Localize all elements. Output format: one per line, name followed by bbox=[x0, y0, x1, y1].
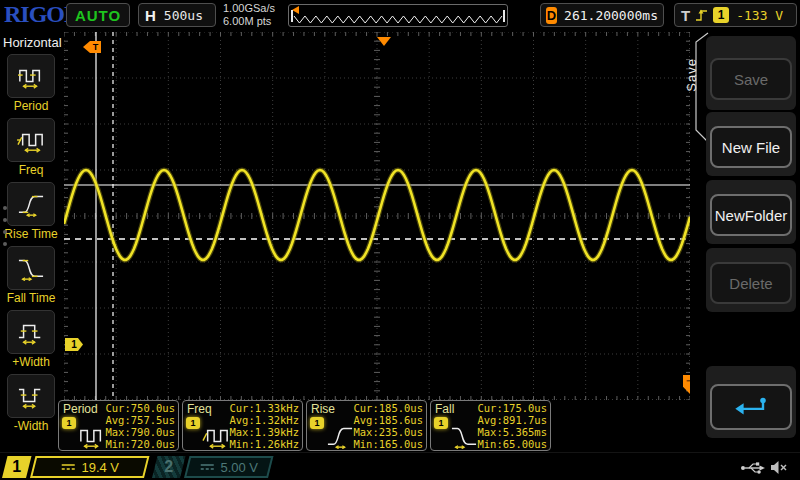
freq-icon bbox=[201, 423, 231, 449]
sidebar-item-minus-width[interactable]: -Width bbox=[0, 374, 62, 436]
channel1-badge[interactable]: 1 bbox=[2, 456, 31, 478]
channel1-scale-box[interactable]: 19.4 V bbox=[30, 456, 149, 478]
channel2-scale: 5.00 V bbox=[220, 460, 258, 475]
run-status-badge[interactable]: AUTO bbox=[66, 3, 130, 27]
sidebar-item-freq[interactable]: Freq bbox=[0, 118, 62, 180]
trigger-label: T bbox=[681, 7, 690, 24]
oscilloscope-screen: RIGOL AUTO H 500us 1.00GSa/s 6.00M pts D… bbox=[0, 0, 800, 480]
sidebar-item-label: +Width bbox=[0, 355, 62, 369]
measurement-box-period[interactable]: Period 1 Cur:750.0us Avg:757.5us Max:790… bbox=[58, 400, 179, 451]
sample-rate: 1.00GSa/s bbox=[223, 2, 275, 15]
plus-width-icon bbox=[15, 319, 47, 345]
measurement-row: Min:165.0us bbox=[353, 438, 423, 450]
acquisition-info: 1.00GSa/s 6.00M pts bbox=[223, 2, 275, 28]
dc-coupling-icon bbox=[60, 463, 75, 471]
sidebar-item-period[interactable]: Period bbox=[0, 54, 62, 116]
measurement-row: Max:5.365ms bbox=[477, 426, 547, 438]
delay-readout-box[interactable]: D 261.200000ms bbox=[540, 3, 664, 27]
run-status-label: AUTO bbox=[75, 7, 121, 24]
sidebar-item-label: Period bbox=[0, 99, 62, 113]
return-arrow-icon bbox=[729, 395, 773, 419]
measurement-box-rise[interactable]: Rise 1 Cur:185.0us Avg:185.6us Max:235.0… bbox=[306, 400, 427, 451]
measurement-row: Max:1.39kHz bbox=[229, 426, 299, 438]
save-button[interactable]: Save bbox=[710, 58, 792, 100]
sidebar-item-plus-width[interactable]: +Width bbox=[0, 310, 62, 372]
channel1-scale: 19.4 V bbox=[81, 460, 119, 475]
preview-position-icon bbox=[292, 6, 299, 14]
measurement-name: Fall bbox=[435, 402, 454, 416]
speaker-muted-icon bbox=[770, 460, 787, 475]
trigger-level-value: -133 V bbox=[736, 8, 783, 23]
usb-icon bbox=[740, 461, 766, 475]
memory-depth: 6.00M pts bbox=[223, 15, 275, 28]
sidebar-item-label: Freq bbox=[0, 163, 62, 177]
measurement-row: Cur:1.33kHz bbox=[229, 402, 299, 414]
measurement-row: Cur:175.0us bbox=[477, 402, 547, 414]
measurement-name: Rise bbox=[311, 402, 335, 416]
measurement-row: Cur:185.0us bbox=[353, 402, 423, 414]
measurement-source-badge: 1 bbox=[434, 417, 448, 429]
rise-time-icon bbox=[15, 191, 47, 217]
measurement-row: Avg:757.5us bbox=[105, 414, 175, 426]
measurement-row: Avg:185.6us bbox=[353, 414, 423, 426]
sidebar-item-rise-time[interactable]: Rise Time bbox=[0, 182, 62, 244]
rise-time-icon bbox=[325, 423, 355, 449]
waveform-display[interactable] bbox=[64, 32, 690, 400]
fall-time-icon bbox=[449, 423, 479, 449]
fall-time-icon bbox=[15, 255, 47, 281]
trigger-slope-icon bbox=[695, 7, 708, 23]
measurement-row: Min:1.26kHz bbox=[229, 438, 299, 450]
sidebar-item-label: Fall Time bbox=[0, 291, 62, 305]
back-button[interactable] bbox=[710, 384, 792, 430]
measurement-source-badge: 1 bbox=[186, 417, 200, 429]
trigger-position-clamped-icon[interactable]: T bbox=[83, 41, 101, 53]
delay-badge: D bbox=[546, 7, 557, 24]
channel1-number: 1 bbox=[12, 458, 21, 476]
delete-button[interactable]: Delete bbox=[710, 262, 792, 304]
sidebar-item-label: -Width bbox=[0, 419, 62, 433]
channel2-scale-box[interactable]: 5.00 V bbox=[184, 456, 273, 478]
measurement-row: Avg:891.7us bbox=[477, 414, 547, 426]
preview-waveform bbox=[289, 5, 507, 26]
h-label: H bbox=[145, 7, 156, 24]
right-soft-menu: Save Save New File NewFolder Delete bbox=[690, 30, 800, 455]
period-icon bbox=[15, 63, 47, 89]
channel2-number: 2 bbox=[164, 458, 173, 476]
measurement-source-badge: 1 bbox=[310, 417, 324, 429]
measurement-row: Min:65.00us bbox=[477, 438, 547, 450]
freq-icon bbox=[15, 127, 47, 153]
dc-coupling-icon bbox=[199, 463, 214, 471]
horizontal-scale-box[interactable]: H 500us bbox=[138, 3, 216, 27]
scroll-indicator bbox=[3, 198, 7, 254]
measurement-box-freq[interactable]: Freq 1 Cur:1.33kHz Avg:1.32kHz Max:1.39k… bbox=[182, 400, 303, 451]
measurement-row: Cur:750.0us bbox=[105, 402, 175, 414]
sidebar-item-fall-time[interactable]: Fall Time bbox=[0, 246, 62, 308]
measurement-box-fall[interactable]: Fall 1 Cur:175.0us Avg:891.7us Max:5.365… bbox=[430, 400, 551, 451]
measurement-row: Max:790.0us bbox=[105, 426, 175, 438]
channel2-badge[interactable]: 2 bbox=[152, 456, 185, 478]
period-icon bbox=[77, 423, 107, 449]
trigger-readout-box[interactable]: T 1 -133 V bbox=[674, 3, 797, 27]
sidebar-item-label: Rise Time bbox=[0, 227, 62, 241]
menu-tab-title: Save bbox=[684, 58, 699, 92]
top-status-bar: RIGOL AUTO H 500us 1.00GSa/s 6.00M pts D… bbox=[0, 0, 800, 30]
measurement-row: Min:720.0us bbox=[105, 438, 175, 450]
measurement-source-badge: 1 bbox=[62, 417, 76, 429]
graticule bbox=[64, 32, 690, 400]
channel-status-bar: 1 19.4 V 2 bbox=[0, 452, 800, 480]
trigger-source-badge: 1 bbox=[713, 7, 729, 23]
minus-width-icon bbox=[15, 383, 47, 409]
preview-right-bracket bbox=[503, 10, 505, 22]
waveform-preview-strip[interactable] bbox=[288, 4, 508, 27]
measurement-name: Freq bbox=[187, 402, 212, 416]
measurement-name: Period bbox=[63, 402, 98, 416]
measurement-row: Avg:1.32kHz bbox=[229, 414, 299, 426]
trigger-position-marker-icon[interactable] bbox=[377, 37, 391, 46]
timebase-value: 500us bbox=[164, 8, 203, 23]
new-folder-button[interactable]: NewFolder bbox=[710, 194, 792, 236]
measurement-row: Max:235.0us bbox=[353, 426, 423, 438]
delay-value: 261.200000ms bbox=[564, 8, 658, 23]
left-measure-menu: Horizontal Period Freq bbox=[0, 30, 62, 455]
new-file-button[interactable]: New File bbox=[710, 126, 792, 168]
left-menu-title: Horizontal bbox=[3, 35, 62, 50]
